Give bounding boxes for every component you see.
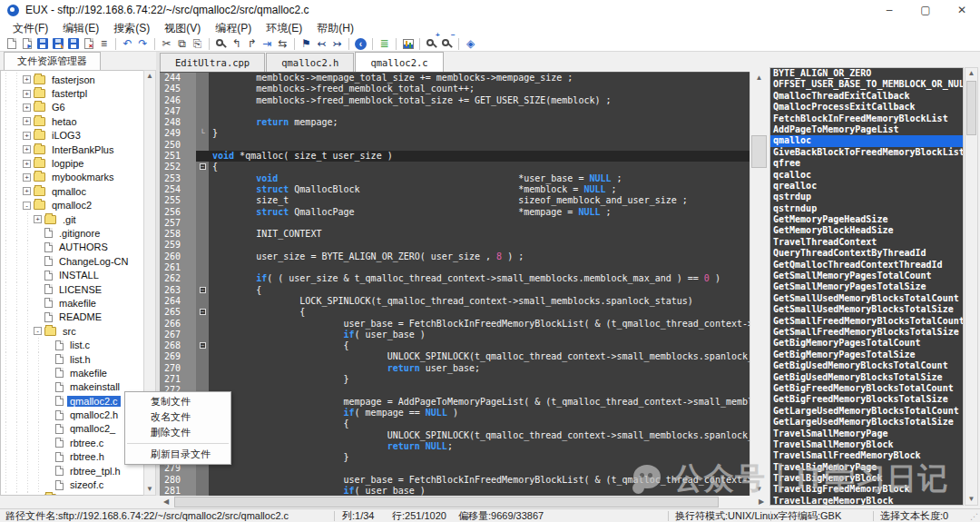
tree-item-makeinstall[interactable]: makeinstall [1,380,143,394]
code-line-246[interactable]: 246 memblocks->freed_memblock_total_size… [160,95,750,106]
tree-expander-icon[interactable]: + [34,215,42,223]
code-line-278[interactable]: 278 } [160,452,750,463]
tree-expander-icon[interactable]: + [23,160,31,168]
function-item-TravelSmallFreedMemoryBlock[interactable]: TravelSmallFreedMemoryBlock [770,450,963,461]
code-line-252[interactable]: 252−{ [160,162,750,172]
function-item-GetBigMemoryPagesTotalSize[interactable]: GetBigMemoryPagesTotalSize [770,350,963,360]
tree-item-rbtree.c[interactable]: rbtree.c [1,436,143,449]
code-line-257[interactable]: 257 [160,218,750,229]
tree-scroll-up-icon[interactable]: ▲ [144,71,155,82]
hscroll-right-icon[interactable]: ▶ [755,496,768,508]
tree-item-INSTALL[interactable]: INSTALL [1,268,143,281]
fold-margin[interactable] [196,218,209,229]
function-item-GetSmallMemoryPagesTotalCount[interactable]: GetSmallMemoryPagesTotalCount [770,271,963,281]
fold-margin[interactable] [196,95,209,106]
code-line-275[interactable]: 275 { [160,419,750,429]
function-item-TravelThreadContext[interactable]: TravelThreadContext [770,237,963,248]
code-line-266[interactable]: 266 user_base = FetchBlockInFreedMemoryB… [160,319,750,330]
function-item-TravelBigFreedMemoryBlock[interactable]: TravelBigFreedMemoryBlock [770,484,963,495]
tree-item-makefile[interactable]: makefile [1,296,143,310]
save-as-icon[interactable]: ✎ [50,37,65,51]
close-file-icon[interactable]: × [81,37,96,51]
code-line-279[interactable]: 279 [160,463,750,474]
editor-scroll-up-icon[interactable]: ▲ [750,73,768,84]
function-item-AddPageToMemoryPageList[interactable]: AddPageToMemoryPageList [770,124,963,135]
hscroll-thumb[interactable] [174,497,719,507]
function-list-icon[interactable]: ≣ [377,37,392,51]
tab-qmalloc2.h[interactable]: qmalloc2.h [266,53,354,72]
tree-expander-icon[interactable]: + [23,90,31,98]
menu-item-6[interactable]: 环境(E) [259,21,309,36]
code-line-248[interactable]: 248 return mempage; [160,117,750,128]
tree-item-rbtree_tpl.h[interactable]: rbtree_tpl.h [1,464,143,478]
function-item-GetSmallUsedMemoryBlocksTotalCount[interactable]: GetSmallUsedMemoryBlocksTotalCount [770,293,963,304]
function-item-TravelSmallMemoryPage[interactable]: TravelSmallMemoryPage [770,428,963,439]
copy-icon[interactable]: ⧉ [174,37,190,51]
function-scroll-up-icon[interactable]: ▲ [965,68,977,79]
redo-icon[interactable]: ↷ [135,37,151,51]
tree-expander-icon[interactable]: - [34,327,42,335]
code-line-247[interactable]: 247 [160,106,750,117]
maximize-button[interactable]: ▢ [907,0,944,20]
fold-margin[interactable] [196,486,209,496]
function-item-TravelBigMemoryBlock[interactable]: TravelBigMemoryBlock [770,473,963,484]
code-line-267[interactable]: 267 if( user_base ) [160,330,750,340]
code-line-258[interactable]: 258 INIT_CONTEXT [160,229,750,240]
bookmark-icon[interactable]: ⚑ [299,37,314,51]
explorer-header-tab[interactable]: 文件资源管理器 [4,52,101,70]
function-item-qstrndup[interactable]: qstrndup [770,203,963,214]
function-item-GetMemoryBlockHeadSize[interactable]: GetMemoryBlockHeadSize [770,225,963,236]
code-line-264[interactable]: 264 LOCK_SPINLOCK(t_qmalloc_thread_conte… [160,296,750,307]
tree-item-README[interactable]: README [1,310,143,324]
function-item-FetchBlockInFreedMemoryBlockList[interactable]: FetchBlockInFreedMemoryBlockList [770,113,963,124]
code-line-262[interactable]: 262 if( ( user_size & t_qmalloc_thread_c… [160,273,750,284]
context-menu-item[interactable]: 刷新目录文件 [125,447,230,462]
function-item-GetSmallFreedMemoryBlocksTotalCount[interactable]: GetSmallFreedMemoryBlocksTotalCount [770,316,963,327]
fold-margin[interactable] [196,73,209,84]
fold-margin[interactable] [196,374,209,385]
function-item-GetQmallocThreadContextThreadId[interactable]: GetQmallocThreadContextThreadId [770,260,963,271]
fold-margin[interactable] [196,106,209,117]
replace-icon[interactable]: ⇆ [275,37,290,51]
code-line-263[interactable]: 263− { [160,285,750,296]
tree-item-InterBankPlus[interactable]: +InterBankPlus [1,143,143,156]
chart-icon[interactable] [400,37,416,51]
menu-item-1[interactable]: 文件(F) [5,21,55,36]
tree-expander-icon[interactable]: - [23,202,31,210]
code-line-251[interactable]: 251void *qmalloc( size_t user_size ) [160,151,750,162]
close-button[interactable]: ✕ [944,0,980,20]
editor-horizontal-scrollbar[interactable]: ◀ ▶ [160,496,768,508]
tree-item-ChangeLog-CN[interactable]: ChangeLog-CN [1,254,143,268]
function-item-GetBigFreedMemoryBlocksTotalCount[interactable]: GetBigFreedMemoryBlocksTotalCount [770,383,963,394]
save-icon[interactable] [34,37,50,51]
paste-icon[interactable]: ⎘ [190,37,205,51]
function-item-GetBigUsedMemoryBlocksTotalSize[interactable]: GetBigUsedMemoryBlocksTotalSize [770,372,963,383]
fold-margin[interactable] [196,207,209,218]
context-menu-item[interactable]: 复制文件 [125,394,230,409]
tree-item-AUTHORS[interactable]: AUTHORS [1,241,143,254]
code-line-259[interactable]: 259 [160,240,750,251]
tree-item-qmalloc2.h[interactable]: qmalloc2.h [1,408,143,421]
fold-margin[interactable] [196,240,209,251]
fold-margin[interactable]: − [196,285,209,296]
code-line-273[interactable]: 273 mempage = AddPageToMemoryPageList( &… [160,397,750,408]
fold-margin[interactable] [196,151,209,162]
fold-margin[interactable] [196,140,209,151]
tree-expander-icon[interactable]: + [23,117,31,125]
code-line-272[interactable]: 272 [160,385,750,396]
tree-item-.gitignore[interactable]: .gitignore [1,226,143,240]
function-item-GetSmallMemoryPagesTotalSize[interactable]: GetSmallMemoryPagesTotalSize [770,281,963,292]
code-line-270[interactable]: 270 return user_base; [160,363,750,374]
menu-item-5[interactable]: 编程(P) [208,21,259,36]
fold-margin[interactable] [196,84,209,94]
tab-qmalloc2.c[interactable]: qmalloc2.c [355,52,443,72]
code-line-274[interactable]: 274 if( mempage == NULL ) [160,408,750,419]
function-item-qfree[interactable]: qfree [770,158,963,169]
fold-margin[interactable] [196,363,209,374]
tree-item-list.h[interactable]: list.h [1,352,143,366]
tree-expander-icon[interactable]: + [23,132,31,140]
fold-margin[interactable] [196,262,209,273]
fold-margin[interactable] [196,330,209,340]
fold-margin[interactable]: − [196,307,209,318]
function-item-GiveBackBlockToFreedMemoryBlockList[interactable]: GiveBackBlockToFreedMemoryBlockList [770,147,963,158]
